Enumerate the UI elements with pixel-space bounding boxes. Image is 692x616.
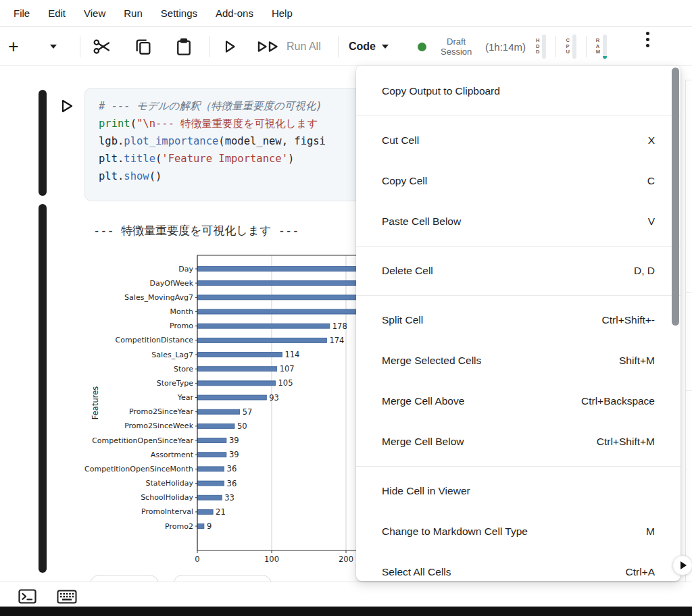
menu-item-label: Select All Cells (382, 566, 451, 578)
console-button[interactable] (18, 589, 36, 607)
add-cell-dropdown[interactable] (50, 28, 57, 66)
menu-item-change-to-markdown-cell-type[interactable]: Change to Markdown Cell TypeM (356, 511, 681, 552)
output-cell-selection-bar[interactable] (39, 204, 47, 573)
right-panel-line (685, 80, 692, 80)
run-this-cell-button[interactable] (59, 99, 74, 113)
context-menu-scrollbar[interactable] (672, 68, 679, 326)
menubar-item-run[interactable]: Run (124, 7, 143, 19)
menu-item-label: Merge Cell Above (382, 395, 464, 407)
code-line-1: # --- モデルの解釈（特徴量重要度の可視化) (99, 97, 368, 115)
menu-item-cut-cell[interactable]: Cut CellX (356, 120, 681, 161)
footer-bar (0, 582, 692, 609)
cpu-gauge: CPU (566, 34, 576, 59)
svg-text:100: 100 (264, 555, 279, 564)
ram-gauge: RAM (596, 34, 607, 59)
more-options-button[interactable] (641, 28, 655, 66)
svg-text:StateHoliday: StateHoliday (146, 479, 194, 488)
cell-type-label: Code (349, 41, 376, 53)
run-all-button[interactable]: Run All (257, 28, 321, 66)
cpu-gauge-bar (572, 34, 576, 59)
right-panel-line (685, 292, 692, 293)
run-cell-button[interactable] (222, 28, 238, 66)
menu-item-copy-cell[interactable]: Copy CellC (356, 161, 681, 201)
session-name-line2: Session (441, 47, 472, 57)
notebook-toolbar: + Run All Code DraftSession (1h:14m) HDD… (0, 28, 692, 66)
menu-item-paste-cell-below[interactable]: Paste Cell BelowV (356, 201, 681, 242)
svg-text:33: 33 (224, 493, 234, 503)
svg-text:Sales_Lag7: Sales_Lag7 (151, 351, 193, 359)
toolbar-divider (80, 36, 80, 57)
copy-icon (134, 37, 153, 56)
menu-item-shortcut: Ctrl+A (626, 566, 656, 578)
svg-text:114: 114 (285, 350, 299, 359)
svg-text:Store: Store (174, 365, 193, 374)
svg-text:57: 57 (243, 407, 253, 417)
collapse-panel-button[interactable] (672, 555, 692, 575)
right-panel-line (685, 390, 692, 391)
toolbar-divider (586, 36, 587, 57)
svg-text:39: 39 (229, 436, 239, 445)
keyboard-icon (57, 589, 77, 605)
svg-text:Month: Month (170, 307, 194, 316)
menu-item-shortcut: Ctrl+Shift+M (597, 436, 655, 448)
session-timer: (1h:14m) (485, 28, 526, 66)
menu-item-label: Paste Cell Below (382, 215, 461, 228)
chevron-down-icon (382, 45, 389, 49)
menu-divider (356, 466, 681, 467)
menubar: FileEditViewRunSettingsAdd-onsHelp (0, 0, 692, 27)
paste-cell-button[interactable] (174, 28, 193, 66)
code-line-2: print("\n--- 特徴量重要度を可視化します (99, 115, 368, 132)
code-line-4: plt.title('Feature Importance') (99, 150, 368, 168)
clipboard-icon (174, 37, 193, 56)
chevron-down-icon (50, 45, 57, 49)
chevron-right-icon (681, 561, 687, 569)
svg-text:107: 107 (280, 364, 295, 374)
menu-item-merge-cell-above[interactable]: Merge Cell AboveCtrl+Backspace (356, 381, 681, 421)
toolbar-divider (555, 36, 556, 57)
menu-item-shortcut: Ctrl+Shift+- (602, 314, 655, 326)
menu-item-hide-cell-in-viewer[interactable]: Hide Cell in Viewer (356, 471, 681, 511)
code-line-3: lgb.plot_importance(model_new, figsi (99, 132, 368, 150)
menubar-item-add-ons[interactable]: Add-ons (216, 7, 253, 19)
menubar-item-view[interactable]: View (84, 7, 105, 19)
menubar-item-settings[interactable]: Settings (161, 7, 197, 19)
menubar-item-file[interactable]: File (14, 7, 30, 19)
cell-context-menu: Copy Output to ClipboardCut CellXCopy Ce… (356, 66, 681, 581)
menu-item-copy-output-to-clipboard[interactable]: Copy Output to Clipboard (356, 71, 681, 111)
menu-item-split-cell[interactable]: Split CellCtrl+Shift+- (356, 300, 681, 340)
toolbar-divider (209, 36, 210, 57)
resource-gauges: HDDCPURAM (536, 28, 607, 66)
menu-item-shortcut: C (647, 175, 655, 187)
menu-item-shortcut: V (648, 215, 655, 228)
menu-item-select-all-cells[interactable]: Select All CellsCtrl+A (356, 552, 681, 581)
add-cell-button[interactable]: + (8, 28, 19, 66)
terminal-icon (18, 589, 36, 605)
chart-image: 0100200DayDayOfWeekSales_MovingAvg7Month… (84, 250, 375, 578)
menubar-item-edit[interactable]: Edit (48, 7, 66, 19)
menu-item-merge-cell-below[interactable]: Merge Cell BelowCtrl+Shift+M (356, 421, 681, 462)
svg-text:Assortment: Assortment (151, 451, 194, 459)
fast-forward-icon (257, 38, 281, 55)
session-name: DraftSession (441, 28, 472, 66)
cut-cell-button[interactable] (92, 28, 112, 66)
session-name-line1: Draft (441, 36, 472, 47)
svg-text:DayOfWeek: DayOfWeek (150, 279, 194, 288)
svg-text:Promo: Promo (170, 322, 193, 330)
menu-item-label: Cut Cell (382, 134, 419, 147)
svg-text:Features: Features (91, 386, 100, 419)
code-cell-selection-bar[interactable] (39, 90, 47, 196)
menubar-item-help[interactable]: Help (272, 7, 293, 19)
keyboard-shortcuts-button[interactable] (57, 589, 77, 607)
code-editor[interactable]: # --- モデルの解釈（特徴量重要度の可視化)print("\n--- 特徴量… (84, 88, 368, 201)
stdout-text: --- 特徴量重要度を可視化します --- (93, 223, 299, 238)
menu-item-merge-selected-cells[interactable]: Merge Selected CellsShift+M (356, 340, 681, 381)
svg-text:50: 50 (237, 421, 247, 431)
copy-cell-button[interactable] (134, 28, 153, 66)
scissors-icon (92, 36, 112, 57)
menu-item-delete-cell[interactable]: Delete CellD, D (356, 251, 681, 291)
svg-text:93: 93 (269, 393, 279, 403)
toolbar-divider (338, 36, 339, 57)
menu-item-shortcut: X (648, 134, 655, 147)
play-icon (222, 38, 238, 55)
cell-type-dropdown[interactable]: Code (349, 28, 389, 66)
